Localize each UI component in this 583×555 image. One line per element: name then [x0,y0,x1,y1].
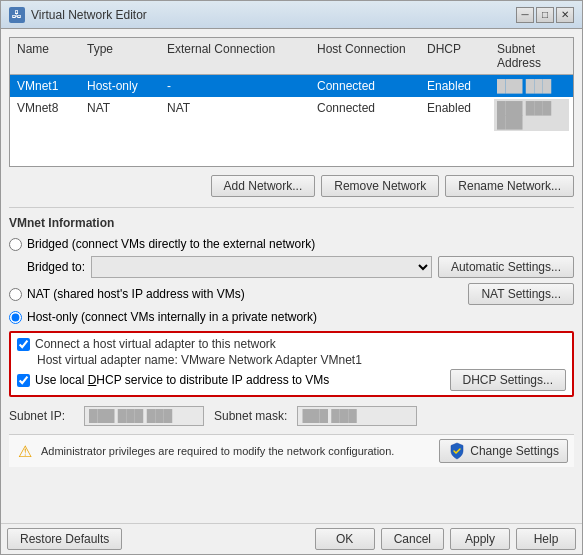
dhcp-settings-button[interactable]: DHCP Settings... [450,369,566,391]
app-icon: 🖧 [9,7,25,23]
main-window: 🖧 Virtual Network Editor ─ □ ✕ Name Type… [0,0,583,555]
row1-subnet: ███ ███ [494,77,569,95]
title-bar-left: 🖧 Virtual Network Editor [9,7,147,23]
subnet-mask-input[interactable] [297,406,417,426]
row1-host: Connected [314,77,424,95]
bottom-buttons-row: Restore Defaults OK Cancel Apply Help [1,523,582,554]
bottom-right-buttons: OK Cancel Apply Help [315,528,576,550]
vmnet-info-section: VMnet Information Bridged (connect VMs d… [9,216,574,428]
restore-defaults-button[interactable]: Restore Defaults [7,528,122,550]
row2-dhcp: Enabled [424,99,494,131]
shield-icon [448,442,466,460]
remove-network-button[interactable]: Remove Network [321,175,439,197]
bridged-label: Bridged (connect VMs directly to the ext… [27,237,315,251]
row1-name: VMnet1 [14,77,84,95]
nat-left: NAT (shared host's IP address with VMs) [9,287,245,301]
network-buttons-row: Add Network... Remove Network Rename Net… [9,173,574,199]
table-row[interactable]: VMnet1 Host-only - Connected Enabled ███… [10,75,573,97]
host-only-label: Host-only (connect VMs internally in a p… [27,310,317,324]
dhcp-row: Use local DHCP service to distribute IP … [17,369,566,391]
host-only-radio[interactable] [9,311,22,324]
title-bar: 🖧 Virtual Network Editor ─ □ ✕ [1,1,582,29]
connect-adapter-checkbox[interactable] [17,338,30,351]
change-settings-button[interactable]: Change Settings [439,439,568,463]
row2-external: NAT [164,99,314,131]
host-only-row: Host-only (connect VMs internally in a p… [9,310,574,324]
row1-dhcp: Enabled [424,77,494,95]
subnet-row: Subnet IP: Subnet mask: [9,404,574,428]
network-table: Name Type External Connection Host Conne… [9,37,574,167]
col-host: Host Connection [314,40,424,72]
table-row[interactable]: VMnet8 NAT NAT Connected Enabled ███ ███… [10,97,573,133]
nat-radio[interactable] [9,288,22,301]
row2-subnet: ███ ███ ███ [494,99,569,131]
window-title: Virtual Network Editor [31,8,147,22]
separator-1 [9,207,574,208]
connect-adapter-label: Connect a host virtual adapter to this n… [35,337,276,351]
admin-warning-text: Administrator privileges are required to… [41,445,394,457]
row1-external: - [164,77,314,95]
maximize-button[interactable]: □ [536,7,554,23]
row2-type: NAT [84,99,164,131]
connect-adapter-row: Connect a host virtual adapter to this n… [17,337,566,351]
col-external: External Connection [164,40,314,72]
nat-label: NAT (shared host's IP address with VMs) [27,287,245,301]
bridged-to-row: Bridged to: Automatic Settings... [9,256,574,278]
use-dhcp-label: Use local DHCP service to distribute IP … [35,373,329,387]
apply-button[interactable]: Apply [450,528,510,550]
close-button[interactable]: ✕ [556,7,574,23]
subnet-mask-label: Subnet mask: [214,409,287,423]
title-buttons: ─ □ ✕ [516,7,574,23]
nat-settings-button[interactable]: NAT Settings... [468,283,574,305]
subnet-ip-label: Subnet IP: [9,409,74,423]
table-header: Name Type External Connection Host Conne… [10,38,573,75]
admin-warning-row: ⚠ Administrator privileges are required … [9,434,574,467]
warning-icon: ⚠ [15,441,35,461]
table-body: VMnet1 Host-only - Connected Enabled ███… [10,75,573,133]
highlighted-section: Connect a host virtual adapter to this n… [9,331,574,397]
bridged-to-select[interactable] [91,256,432,278]
dhcp-left: Use local DHCP service to distribute IP … [17,373,329,387]
nat-row: NAT (shared host's IP address with VMs) … [9,283,574,305]
col-name: Name [14,40,84,72]
minimize-button[interactable]: ─ [516,7,534,23]
row1-type: Host-only [84,77,164,95]
bridged-row: Bridged (connect VMs directly to the ext… [9,237,574,251]
ok-button[interactable]: OK [315,528,375,550]
cancel-button[interactable]: Cancel [381,528,444,550]
rename-network-button[interactable]: Rename Network... [445,175,574,197]
col-type: Type [84,40,164,72]
adapter-name-text: Host virtual adapter name: VMware Networ… [17,353,566,367]
use-dhcp-checkbox[interactable] [17,374,30,387]
change-settings-label: Change Settings [470,444,559,458]
bridged-to-label: Bridged to: [27,260,85,274]
vmnet-info-title: VMnet Information [9,216,574,230]
col-subnet: Subnet Address [494,40,569,72]
row2-host: Connected [314,99,424,131]
bridged-left: Bridged (connect VMs directly to the ext… [9,237,315,251]
help-button[interactable]: Help [516,528,576,550]
content-area: Name Type External Connection Host Conne… [1,29,582,523]
col-dhcp: DHCP [424,40,494,72]
automatic-settings-button[interactable]: Automatic Settings... [438,256,574,278]
bridged-radio[interactable] [9,238,22,251]
subnet-ip-input[interactable] [84,406,204,426]
row2-name: VMnet8 [14,99,84,131]
add-network-button[interactable]: Add Network... [211,175,316,197]
